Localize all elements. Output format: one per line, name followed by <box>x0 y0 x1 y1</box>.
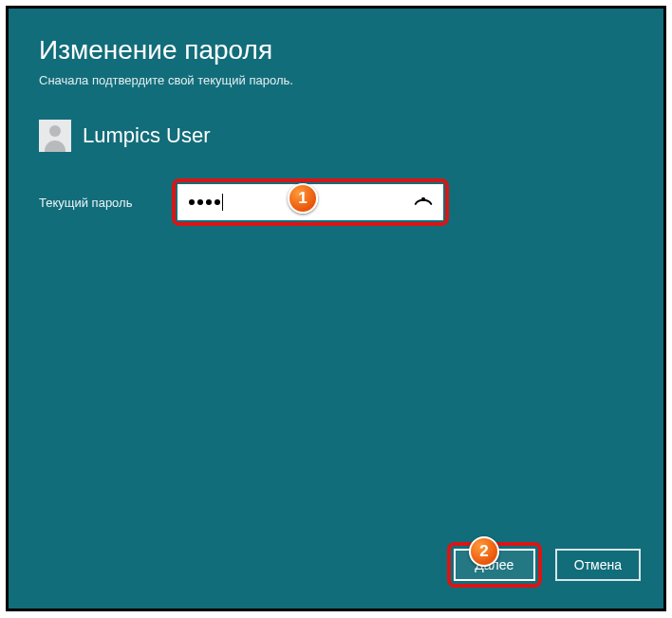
annotation-badge-1: 1 <box>288 183 318 214</box>
dialog-frame: Изменение пароля Сначала подтвердите сво… <box>6 6 666 611</box>
avatar-icon <box>39 120 71 152</box>
page-title: Изменение пароля <box>39 35 633 66</box>
user-row: Lumpics User <box>39 120 633 152</box>
svg-point-0 <box>421 197 425 201</box>
annotation-badge-2: 2 <box>469 536 499 567</box>
dialog-content: Изменение пароля Сначала подтвердите сво… <box>9 9 663 226</box>
password-label: Текущий пароль <box>39 196 172 210</box>
reveal-password-icon[interactable] <box>413 192 434 213</box>
password-row: Текущий пароль <box>39 178 633 226</box>
cancel-button[interactable]: Отмена <box>555 549 641 581</box>
text-caret <box>222 194 223 211</box>
user-name: Lumpics User <box>83 123 210 148</box>
password-mask <box>189 199 220 205</box>
page-subtitle: Сначала подтвердите свой текущий пароль. <box>39 73 633 87</box>
